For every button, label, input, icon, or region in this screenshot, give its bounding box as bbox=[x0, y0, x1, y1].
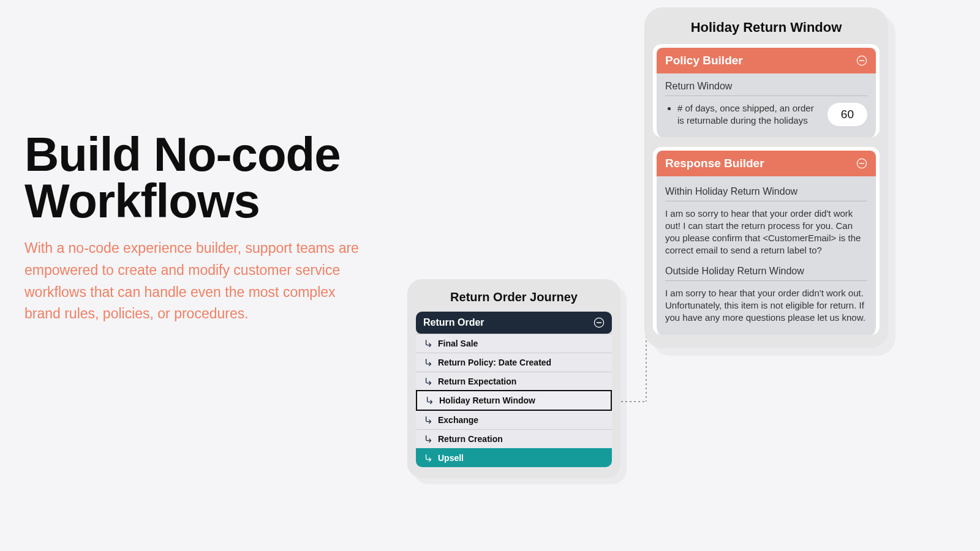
sub-arrow-icon bbox=[424, 454, 433, 462]
response-within-text: I am so sorry to hear that your order di… bbox=[665, 208, 867, 257]
collapse-icon[interactable] bbox=[594, 317, 605, 328]
journey-box: Return Order Final SaleReturn Policy: Da… bbox=[416, 312, 612, 467]
detail-panel: Holiday Return Window Policy Builder Ret… bbox=[644, 7, 888, 348]
journey-row-label: Holiday Return Window bbox=[439, 395, 535, 405]
journey-row[interactable]: Holiday Return Window bbox=[416, 390, 612, 411]
response-outside-label: Outside Holiday Return Window bbox=[665, 266, 867, 281]
sub-arrow-icon bbox=[424, 377, 433, 386]
response-within-label: Within Holiday Return Window bbox=[665, 186, 867, 201]
hero-body: With a no-code experience builder, suppo… bbox=[24, 238, 374, 325]
sub-arrow-icon bbox=[424, 416, 433, 424]
journey-title: Return Order Journey bbox=[416, 290, 612, 304]
journey-row[interactable]: Return Expectation bbox=[416, 372, 612, 391]
journey-row-label: Upsell bbox=[438, 453, 464, 463]
policy-value-input[interactable]: 60 bbox=[827, 103, 867, 126]
collapse-icon[interactable] bbox=[856, 158, 867, 169]
journey-row-label: Final Sale bbox=[438, 339, 478, 348]
hero-heading-line2: Workflows bbox=[24, 174, 260, 228]
policy-builder-card: Policy Builder Return Window # of days, … bbox=[653, 44, 880, 137]
journey-header-label: Return Order bbox=[423, 317, 484, 328]
collapse-icon[interactable] bbox=[856, 55, 867, 66]
journey-row[interactable]: Exchange bbox=[416, 410, 612, 429]
policy-row: # of days, once shipped, an order is ret… bbox=[665, 102, 867, 127]
hero-copy: Build No-code Workflows With a no-code e… bbox=[24, 132, 374, 325]
journey-row[interactable]: Upsell bbox=[416, 448, 612, 467]
detail-title: Holiday Return Window bbox=[653, 20, 880, 36]
journey-panel: Return Order Journey Return Order Final … bbox=[407, 279, 620, 478]
sub-arrow-icon bbox=[426, 396, 434, 405]
policy-builder-header-label: Policy Builder bbox=[665, 54, 743, 67]
journey-row-label: Return Policy: Date Created bbox=[438, 358, 551, 367]
response-builder-header-label: Response Builder bbox=[665, 157, 764, 170]
policy-builder-header[interactable]: Policy Builder bbox=[657, 48, 876, 73]
sub-arrow-icon bbox=[424, 435, 433, 443]
journey-row[interactable]: Return Policy: Date Created bbox=[416, 353, 612, 372]
journey-row-label: Return Creation bbox=[438, 434, 503, 444]
sub-arrow-icon bbox=[424, 339, 433, 348]
hero-heading: Build No-code Workflows bbox=[24, 132, 374, 224]
policy-bullet: # of days, once shipped, an order is ret… bbox=[677, 102, 819, 127]
sub-arrow-icon bbox=[424, 358, 433, 367]
response-builder-header[interactable]: Response Builder bbox=[657, 151, 876, 176]
journey-row[interactable]: Return Creation bbox=[416, 429, 612, 448]
journey-header[interactable]: Return Order bbox=[416, 312, 612, 334]
response-outside-text: I am sorry to hear that your order didn'… bbox=[665, 287, 867, 324]
response-builder-card: Response Builder Within Holiday Return W… bbox=[653, 147, 880, 335]
policy-builder-body: Return Window # of days, once shipped, a… bbox=[657, 73, 876, 137]
journey-row-label: Return Expectation bbox=[438, 377, 516, 386]
response-builder-body: Within Holiday Return Window I am so sor… bbox=[657, 176, 876, 335]
policy-section-label: Return Window bbox=[665, 81, 867, 96]
journey-row-label: Exchange bbox=[438, 415, 478, 425]
journey-row[interactable]: Final Sale bbox=[416, 334, 612, 353]
